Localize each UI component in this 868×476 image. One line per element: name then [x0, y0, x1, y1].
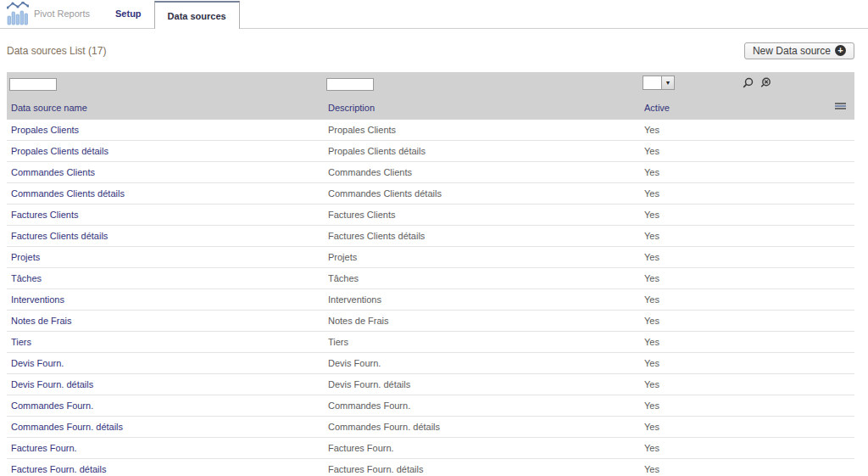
- filter-action-icons: [742, 76, 771, 88]
- table-body: Propales Clients Propales Clients Yes Pr…: [7, 120, 854, 476]
- data-source-description: Factures Fourn.: [324, 443, 640, 453]
- data-source-description: Tiers: [324, 337, 640, 347]
- data-source-name-link[interactable]: Devis Fourn. détails: [7, 379, 324, 389]
- data-source-name-link[interactable]: Commandes Fourn. détails: [7, 422, 324, 432]
- plus-circle-icon: +: [835, 45, 846, 56]
- app-name-label: Pivot Reports: [34, 8, 90, 19]
- filter-select-active[interactable]: ▼: [643, 76, 675, 90]
- data-source-description: Commandes Fourn.: [324, 400, 640, 411]
- table-row: Factures Fourn. Factures Fourn. Yes: [7, 438, 854, 459]
- data-source-name-link[interactable]: Factures Clients détails: [7, 231, 324, 241]
- data-source-active-value: Yes: [640, 379, 829, 389]
- table-row: Commandes Fourn. Commandes Fourn. Yes: [7, 395, 854, 417]
- table-row: Commandes Fourn. détails Commandes Fourn…: [7, 417, 854, 438]
- table-row: Propales Clients détails Propales Client…: [7, 141, 854, 162]
- data-source-active-value: Yes: [640, 188, 829, 199]
- data-source-name-link[interactable]: Factures Clients: [7, 210, 324, 220]
- tab-setup[interactable]: Setup: [110, 0, 147, 28]
- data-source-active-value: Yes: [640, 294, 829, 305]
- data-source-description: Factures Fourn. détails: [324, 464, 640, 474]
- tab-data-sources[interactable]: Data sources: [154, 1, 240, 29]
- table-row: Interventions Interventions Yes: [7, 289, 854, 311]
- table-row: Propales Clients Propales Clients Yes: [7, 120, 854, 141]
- data-source-name-link[interactable]: Factures Fourn. détails: [7, 464, 324, 474]
- clear-search-icon[interactable]: [760, 76, 771, 88]
- data-source-active-value: Yes: [640, 167, 829, 177]
- table-row: Projets Projets Yes: [7, 247, 854, 268]
- filter-select-active-value: [643, 76, 661, 89]
- filter-input-description[interactable]: [326, 78, 374, 91]
- filter-cell-name: [7, 76, 324, 92]
- data-source-description: Tâches: [324, 273, 640, 283]
- data-source-active-value: Yes: [640, 464, 829, 474]
- column-select-icon[interactable]: [835, 103, 846, 112]
- data-source-name-link[interactable]: Interventions: [7, 294, 324, 305]
- table-row: Commandes Clients détails Commandes Clie…: [7, 183, 854, 204]
- data-source-active-value: Yes: [640, 358, 829, 368]
- table-row: Devis Fourn. détails Devis Fourn. détail…: [7, 374, 854, 395]
- data-source-name-link[interactable]: Commandes Fourn.: [7, 400, 324, 411]
- table-header-row: Data source name Description Active: [7, 95, 854, 120]
- data-source-name-link[interactable]: Tâches: [7, 273, 324, 283]
- table-row: Factures Fourn. détails Factures Fourn. …: [7, 459, 854, 476]
- new-data-source-label: New Data source: [753, 45, 831, 57]
- data-source-description: Commandes Clients détails: [324, 188, 640, 199]
- data-source-active-value: Yes: [640, 231, 829, 241]
- data-source-active-value: Yes: [640, 146, 829, 156]
- bar-chart-logo-icon: [7, 2, 29, 25]
- table-row: Commandes Clients Commandes Clients Yes: [7, 162, 854, 183]
- data-source-name-link[interactable]: Projets: [7, 252, 324, 262]
- new-data-source-button[interactable]: New Data source +: [744, 42, 854, 59]
- data-source-active-value: Yes: [640, 400, 829, 411]
- data-source-active-value: Yes: [640, 443, 829, 453]
- data-source-name-link[interactable]: Commandes Clients: [7, 167, 324, 177]
- column-header-active[interactable]: Active: [640, 103, 829, 113]
- data-source-active-value: Yes: [640, 273, 829, 283]
- data-sources-table: ▼ Data source name Descri: [7, 72, 854, 476]
- data-source-name-link[interactable]: Notes de Frais: [7, 316, 324, 326]
- data-source-active-value: Yes: [640, 210, 829, 220]
- data-source-name-link[interactable]: Propales Clients: [7, 125, 324, 135]
- app-brand: Pivot Reports: [0, 0, 90, 28]
- data-source-description: Notes de Frais: [324, 316, 640, 326]
- filter-cell-description: [324, 76, 640, 92]
- data-source-description: Commandes Fourn. détails: [324, 422, 640, 432]
- top-navigation-bar: Pivot Reports Setup Data sources: [0, 0, 868, 29]
- filter-input-name[interactable]: [9, 78, 57, 91]
- data-source-description: Factures Clients: [324, 210, 640, 220]
- data-source-active-value: Yes: [640, 337, 829, 347]
- data-source-name-link[interactable]: Factures Fourn.: [7, 443, 324, 453]
- data-source-description: Factures Clients détails: [324, 231, 640, 241]
- chevron-down-icon[interactable]: ▼: [661, 76, 674, 89]
- data-source-description: Devis Fourn. détails: [324, 379, 640, 389]
- column-header-description[interactable]: Description: [324, 103, 640, 113]
- page-header: Data sources List (17) New Data source +: [0, 29, 868, 72]
- data-source-active-value: Yes: [640, 125, 829, 135]
- column-header-name[interactable]: Data source name: [7, 103, 324, 113]
- filter-cell-active: ▼: [640, 76, 829, 92]
- table-row: Factures Clients détails Factures Client…: [7, 226, 854, 247]
- data-source-description: Propales Clients: [324, 125, 640, 135]
- data-source-name-link[interactable]: Commandes Clients détails: [7, 188, 324, 199]
- data-source-description: Commandes Clients: [324, 167, 640, 177]
- table-row: Notes de Frais Notes de Frais Yes: [7, 311, 854, 332]
- table-row: Devis Fourn. Devis Fourn. Yes: [7, 353, 854, 374]
- data-source-name-link[interactable]: Devis Fourn.: [7, 358, 324, 368]
- data-source-active-value: Yes: [640, 316, 829, 326]
- table-row: Tâches Tâches Yes: [7, 268, 854, 289]
- search-icon[interactable]: [742, 76, 754, 88]
- data-source-active-value: Yes: [640, 252, 829, 262]
- data-source-description: Propales Clients détails: [324, 146, 640, 156]
- table-filter-row: ▼: [7, 72, 854, 95]
- data-source-description: Interventions: [324, 294, 640, 305]
- data-source-name-link[interactable]: Propales Clients détails: [7, 146, 324, 156]
- table-row: Tiers Tiers Yes: [7, 332, 854, 353]
- data-source-description: Devis Fourn.: [324, 358, 640, 368]
- page-title: Data sources List (17): [7, 45, 106, 57]
- table-row: Factures Clients Factures Clients Yes: [7, 204, 854, 226]
- data-source-description: Projets: [324, 252, 640, 262]
- data-source-name-link[interactable]: Tiers: [7, 337, 324, 347]
- data-source-active-value: Yes: [640, 422, 829, 432]
